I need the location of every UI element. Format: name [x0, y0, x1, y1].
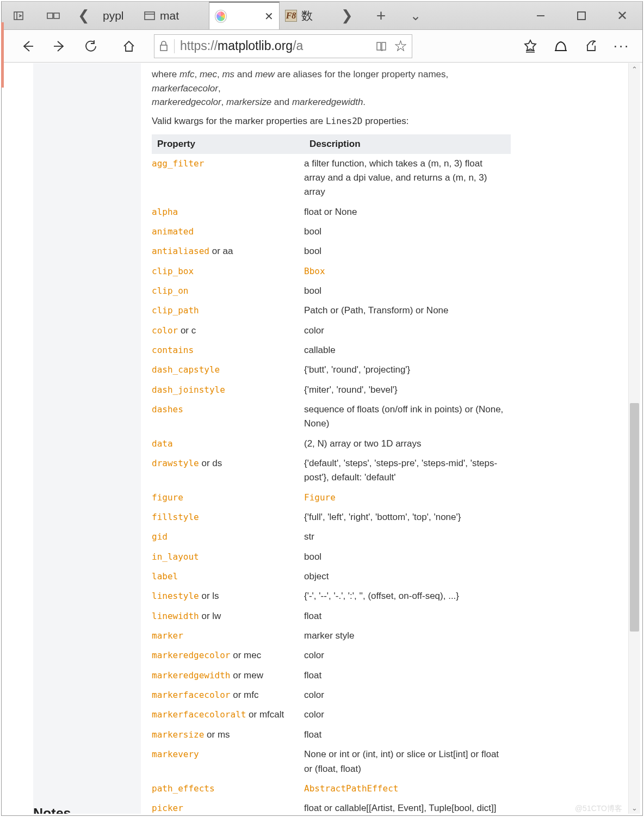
property-link[interactable]: markeredgewidth: [152, 670, 231, 680]
table-row: markermarker style: [152, 626, 511, 646]
property-link[interactable]: dash_joinstyle: [152, 385, 225, 395]
table-row: markerfacecolor or mfccolor: [152, 685, 511, 705]
scroll-up-icon[interactable]: ⌃: [629, 63, 640, 75]
tab-1[interactable]: pypl: [97, 2, 138, 29]
scroll-tabs-left[interactable]: ❮: [70, 2, 97, 29]
property-link[interactable]: dashes: [152, 404, 183, 414]
notes-icon[interactable]: [547, 32, 575, 60]
minimize-button[interactable]: [520, 2, 561, 29]
desc-link[interactable]: Bbox: [304, 266, 325, 276]
table-row: figureFigure: [152, 488, 511, 507]
col-property: Property: [152, 134, 304, 154]
vertical-scrollbar[interactable]: ⌃ ⌄: [628, 63, 640, 814]
property-link[interactable]: clip_on: [152, 286, 188, 296]
forward-button[interactable]: [45, 32, 73, 60]
favorites-list-icon[interactable]: [516, 32, 544, 60]
scroll-tabs-right[interactable]: ❯: [330, 2, 364, 29]
scroll-thumb[interactable]: [630, 403, 639, 632]
table-row: pickerfloat or callable[[Artist, Event],…: [152, 799, 511, 814]
close-tab-icon[interactable]: ✕: [264, 10, 274, 23]
property-link[interactable]: alpha: [152, 207, 178, 217]
tab-2[interactable]: mat: [138, 2, 209, 29]
table-row: color or ccolor: [152, 321, 511, 341]
doc-content: where mfc, mec, ms and mew are aliases f…: [141, 63, 522, 814]
new-tab-button[interactable]: +: [364, 2, 398, 29]
back-button[interactable]: [14, 32, 42, 60]
svg-rect-3: [145, 12, 154, 20]
svg-rect-5: [160, 45, 167, 51]
property-link[interactable]: markerfacecoloralt: [152, 709, 246, 720]
property-link[interactable]: markeredgecolor: [152, 650, 231, 660]
property-link[interactable]: clip_box: [152, 266, 194, 276]
col-description: Description: [304, 134, 511, 154]
window-titlebar: ❮ pypl mat ✕ F8 数 ❯ + ⌄ ✕: [2, 2, 642, 30]
property-link[interactable]: antialiased: [152, 246, 209, 256]
matplotlib-icon: [215, 10, 227, 22]
desc-link[interactable]: AbstractPathEffect: [304, 783, 398, 794]
favorite-star-icon[interactable]: ☆: [394, 37, 407, 55]
property-link[interactable]: drawstyle: [152, 458, 199, 468]
table-row: dash_joinstyle{'miter', 'round', 'bevel'…: [152, 380, 511, 400]
table-row: agg_filtera filter function, which takes…: [152, 154, 511, 202]
close-window-button[interactable]: ✕: [602, 2, 642, 29]
property-link[interactable]: dash_capstyle: [152, 364, 220, 375]
desc-link[interactable]: Figure: [304, 492, 336, 503]
property-link[interactable]: contains: [152, 345, 194, 355]
property-link[interactable]: animated: [152, 226, 194, 237]
set-aside-tabs-button[interactable]: [2, 2, 36, 29]
property-link[interactable]: clip_path: [152, 305, 199, 315]
property-link[interactable]: linestyle: [152, 591, 199, 601]
intro-text-1: where mfc, mec, ms and mew are aliases f…: [152, 67, 511, 109]
table-row: clip_boxBbox: [152, 262, 511, 281]
reading-view-icon[interactable]: [375, 40, 388, 52]
show-tabs-button[interactable]: [36, 2, 70, 29]
table-row: markeredgewidth or mewfloat: [152, 666, 511, 685]
tab-1-label: pypl: [103, 9, 124, 22]
tab-2-icon: [144, 10, 156, 22]
table-row: clip_onbool: [152, 281, 511, 301]
address-bar[interactable]: https://matplotlib.org/a ☆: [154, 34, 412, 58]
table-row: alphafloat or None: [152, 202, 511, 222]
properties-table: Property Description agg_filtera filter …: [152, 134, 511, 814]
table-row: in_layoutbool: [152, 547, 511, 567]
property-link[interactable]: marker: [152, 630, 183, 641]
svg-rect-4: [578, 12, 585, 20]
property-link[interactable]: fillstyle: [152, 512, 199, 522]
property-link[interactable]: markersize: [152, 729, 204, 740]
property-link[interactable]: path_effects: [152, 783, 215, 794]
property-link[interactable]: figure: [152, 492, 183, 503]
property-link[interactable]: markerfacecolor: [152, 690, 231, 700]
tab-4-label: 数: [301, 8, 313, 23]
property-link[interactable]: picker: [152, 803, 183, 813]
share-icon[interactable]: [577, 32, 605, 60]
property-link[interactable]: markevery: [152, 749, 199, 759]
maximize-button[interactable]: [561, 2, 602, 29]
table-row: gidstr: [152, 527, 511, 547]
tab-2-label: mat: [160, 9, 179, 22]
home-button[interactable]: [115, 32, 143, 60]
table-row: linewidth or lwfloat: [152, 606, 511, 626]
tab-4[interactable]: F8 数: [280, 2, 330, 29]
property-link[interactable]: agg_filter: [152, 158, 204, 169]
table-row: markeveryNone or int or (int, int) or sl…: [152, 745, 511, 779]
lock-icon: [159, 40, 169, 52]
table-row: antialiased or aabool: [152, 242, 511, 261]
tab-menu-button[interactable]: ⌄: [398, 2, 432, 29]
property-link[interactable]: label: [152, 571, 178, 581]
scroll-down-icon[interactable]: ⌄: [629, 802, 640, 814]
property-link[interactable]: data: [152, 438, 173, 449]
table-row: path_effectsAbstractPathEffect: [152, 779, 511, 799]
tab-3-active[interactable]: ✕: [209, 2, 280, 29]
refresh-button[interactable]: [77, 32, 105, 60]
notes-heading: Notes: [33, 806, 71, 814]
property-link[interactable]: color: [152, 325, 178, 336]
table-row: markeredgecolor or meccolor: [152, 646, 511, 665]
property-link[interactable]: in_layout: [152, 552, 199, 562]
table-row: clip_pathPatch or (Path, Transform) or N…: [152, 301, 511, 320]
table-row: animatedbool: [152, 222, 511, 242]
property-link[interactable]: gid: [152, 531, 168, 542]
settings-more-icon[interactable]: ···: [608, 32, 636, 60]
table-row: labelobject: [152, 567, 511, 586]
table-row: containscallable: [152, 341, 511, 360]
property-link[interactable]: linewidth: [152, 611, 199, 621]
